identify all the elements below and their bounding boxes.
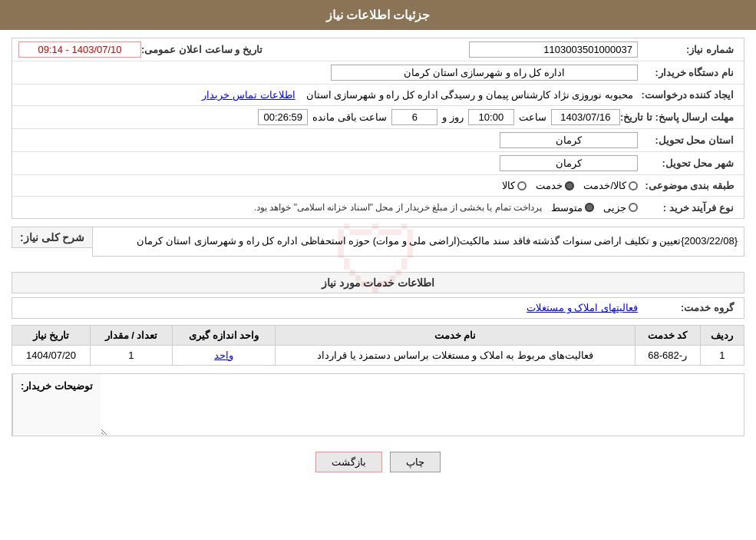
category-kala-khadamat-option[interactable]: کالا/خدمت bbox=[583, 180, 638, 191]
services-table: ردیف کد خدمت نام خدمت واحد اندازه گیری ت… bbox=[12, 325, 744, 366]
comments-section: توضیحات خریدار: bbox=[12, 373, 744, 436]
process-row: نوع فرآیند خرید : جزیی متوسط پرداخت تمام… bbox=[12, 197, 744, 218]
category-radio-group: کالا/خدمت خدمت کالا bbox=[18, 180, 638, 191]
comments-label: توضیحات خریدار: bbox=[12, 374, 101, 436]
cell-row-num: 1 bbox=[700, 345, 744, 365]
need-number-label: شماره نیاز: bbox=[638, 44, 738, 55]
table-header-row: ردیف کد خدمت نام خدمت واحد اندازه گیری ت… bbox=[12, 325, 744, 345]
reply-time-value: 10:00 bbox=[468, 109, 514, 125]
process-jozi-label: جزیی bbox=[603, 202, 626, 214]
category-label: طبقه بندی موضوعی: bbox=[638, 180, 738, 191]
creator-label: ایجاد کننده درخواست: bbox=[638, 89, 738, 101]
buyer-org-row: نام دستگاه خریدار: اداره کل راه و شهرساز… bbox=[12, 61, 744, 84]
col-unit: واحد اندازه گیری bbox=[172, 325, 276, 345]
reply-day-label: روز و bbox=[442, 111, 464, 123]
process-note: پرداخت تمام یا بخشی از مبلغ خریدار از مح… bbox=[254, 202, 542, 213]
col-name: نام خدمت bbox=[276, 325, 635, 345]
col-quantity: تعداد / مقدار bbox=[91, 325, 173, 345]
need-description-section: {2003/22/08}تعیین و تکلیف اراضی سنوات گذ… bbox=[12, 227, 744, 264]
category-row: طبقه بندی موضوعی: کالا/خدمت خدمت کالا bbox=[12, 175, 744, 197]
cell-quantity: 1 bbox=[91, 345, 173, 365]
info-section: شماره نیاز: 1103003501000037 تاریخ و ساع… bbox=[12, 38, 744, 219]
category-khadamat-label: خدمت bbox=[536, 180, 563, 191]
category-kala-radio bbox=[517, 181, 527, 190]
cell-code: ر-682-68 bbox=[635, 345, 700, 365]
services-group-value[interactable]: فعالیتهای املاک و مستغلات bbox=[527, 302, 638, 313]
need-description-box: {2003/22/08}تعیین و تکلیف اراضی سنوات گذ… bbox=[92, 227, 744, 257]
category-kala-khadamat-label: کالا/خدمت bbox=[583, 180, 626, 191]
announcement-date-value: 1403/07/10 - 09:14 bbox=[18, 41, 141, 58]
city-label: شهر محل تحویل: bbox=[638, 157, 738, 169]
cell-name: فعالیت‌های مربوط به املاک و مستغلات براس… bbox=[276, 345, 635, 365]
city-value: کرمان bbox=[500, 155, 638, 171]
category-kala-option[interactable]: کالا bbox=[502, 180, 527, 191]
need-description-title: شرح کلی نیاز: bbox=[12, 227, 92, 248]
process-motavaset-radio bbox=[585, 203, 594, 212]
comments-textarea[interactable] bbox=[101, 374, 744, 436]
province-value: کرمان bbox=[500, 132, 638, 148]
process-motavaset-option[interactable]: متوسط bbox=[551, 202, 594, 214]
process-motavaset-label: متوسط bbox=[551, 202, 583, 214]
city-row: شهر محل تحویل: کرمان bbox=[12, 152, 744, 175]
creator-row: ایجاد کننده درخواست: محبوبه نوروزی نژاد … bbox=[12, 84, 744, 106]
services-section-title: اطلاعات خدمات مورد نیاز bbox=[12, 272, 744, 293]
reply-remaining-value: 00:26:59 bbox=[258, 109, 308, 125]
print-button[interactable]: چاپ bbox=[390, 452, 441, 472]
need-number-row: شماره نیاز: 1103003501000037 تاریخ و ساع… bbox=[12, 38, 744, 61]
reply-deadline-row: مهلت ارسال پاسخ: تا تاریخ: 1403/07/16 سا… bbox=[12, 106, 744, 129]
category-kala-label: کالا bbox=[502, 180, 515, 191]
col-date: تاریخ نیاز bbox=[12, 325, 91, 345]
buyer-org-value: اداره کل راه و شهرسازی استان کرمان bbox=[331, 65, 638, 81]
province-row: استان محل تحویل: کرمان bbox=[12, 129, 744, 152]
col-code: کد خدمت bbox=[635, 325, 700, 345]
page-header: جزئیات اطلاعات نیاز bbox=[0, 0, 756, 30]
province-label: استان محل تحویل: bbox=[638, 134, 738, 146]
announcement-date-label: تاریخ و ساعت اعلان عمومی: bbox=[141, 44, 266, 55]
reply-deadline-label: مهلت ارسال پاسخ: تا تاریخ: bbox=[620, 111, 738, 123]
buyer-org-label: نام دستگاه خریدار: bbox=[638, 67, 738, 78]
process-radio-group: جزیی متوسط پرداخت تمام یا بخشی از مبلغ خ… bbox=[18, 202, 638, 214]
category-kala-khadamat-radio bbox=[629, 181, 638, 190]
cell-date: 1404/07/20 bbox=[12, 345, 91, 365]
process-jozi-radio bbox=[629, 203, 638, 212]
cell-unit[interactable]: واحد bbox=[172, 345, 276, 365]
col-row-num: ردیف bbox=[700, 325, 744, 345]
process-label: نوع فرآیند خرید : bbox=[638, 202, 738, 214]
category-khadamat-radio bbox=[565, 181, 574, 190]
creator-link[interactable]: اطلاعات تماس خریدار bbox=[202, 89, 295, 101]
reply-days-value: 6 bbox=[391, 109, 437, 125]
reply-date-value: 1403/07/16 bbox=[551, 109, 620, 125]
creator-value: محبوبه نوروزی نژاد کارشناس پیمان و رسیدگ… bbox=[302, 88, 638, 102]
header-title: جزئیات اطلاعات نیاز bbox=[326, 8, 431, 22]
table-row: 1 ر-682-68 فعالیت‌های مربوط به املاک و م… bbox=[12, 345, 744, 365]
back-button[interactable]: بازگشت bbox=[315, 452, 382, 472]
reply-deadline-group: 1403/07/16 ساعت 10:00 روز و 6 ساعت باقی … bbox=[18, 109, 620, 125]
reply-remaining-label: ساعت باقی مانده bbox=[312, 111, 387, 123]
reply-time-label: ساعت bbox=[519, 111, 546, 123]
services-group-row: گروه خدمت: فعالیتهای املاک و مستغلات bbox=[12, 297, 744, 319]
need-number-value: 1103003501000037 bbox=[469, 41, 638, 58]
services-group-label: گروه خدمت: bbox=[638, 302, 738, 313]
category-khadamat-option[interactable]: خدمت bbox=[536, 180, 574, 191]
buttons-row: چاپ بازگشت bbox=[12, 444, 744, 484]
process-jozi-option[interactable]: جزیی bbox=[603, 202, 638, 214]
